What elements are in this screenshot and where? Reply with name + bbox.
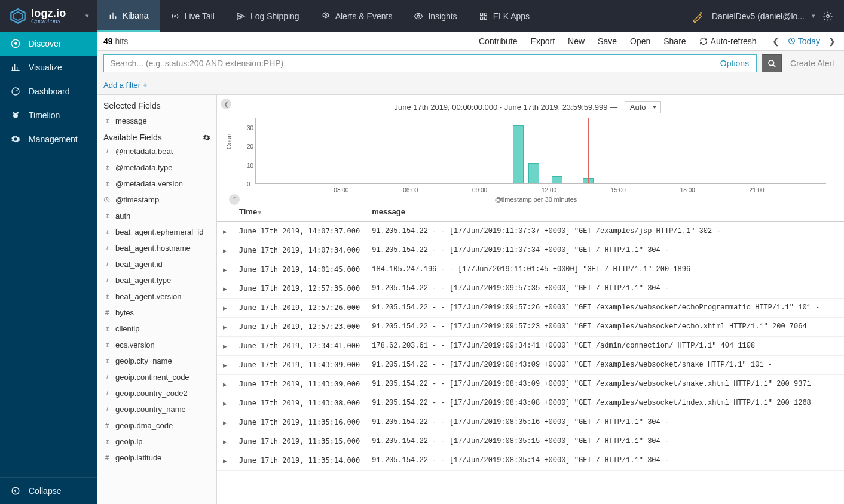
topnav-kibana[interactable]: Kibana <box>97 0 160 32</box>
search-options[interactable]: Options <box>713 59 756 68</box>
chevron-left-icon <box>11 487 20 495</box>
log-table-wrap[interactable]: Time▾ message ▸June 17th 2019, 14:07:37.… <box>217 202 844 504</box>
search-input[interactable] <box>104 55 713 72</box>
field-beat_agent-hostname[interactable]: tbeat_agent.hostname <box>97 240 216 256</box>
table-row[interactable]: ▸June 17th 2019, 11:35:14.00091.205.154.… <box>217 451 844 471</box>
field-geoip-city_name[interactable]: tgeoip.city_name <box>97 353 216 369</box>
field-geoip-continent_code[interactable]: tgeoip.continent_code <box>97 369 216 385</box>
field-beat_agent-ephemeral_id[interactable]: tbeat_agent.ephemeral_id <box>97 224 216 240</box>
table-row[interactable]: ▸June 17th 2019, 11:43:09.00091.205.154.… <box>217 356 844 375</box>
logo[interactable]: logz.io Operations ▾ <box>0 0 97 32</box>
chevron-down-icon[interactable]: ▾ <box>812 12 815 20</box>
main: 49 hits Contribute Export New Save Open … <box>97 32 844 504</box>
field--timestamp[interactable]: @timestamp <box>97 192 216 208</box>
field--metadata-version[interactable]: t@metadata.version <box>97 176 216 192</box>
table-row[interactable]: ▸June 17th 2019, 14:07:34.00091.205.154.… <box>217 241 844 260</box>
chart[interactable]: Count @timestamp per 30 minutes 01020300… <box>240 116 832 199</box>
auto-refresh-toggle[interactable]: Auto-refresh <box>699 36 757 46</box>
table-row[interactable]: ▸June 17th 2019, 12:57:26.00091.205.154.… <box>217 299 844 318</box>
svg-point-11 <box>12 487 19 494</box>
add-filter-link[interactable]: Add a filter + <box>103 81 147 90</box>
field-beat_agent-id[interactable]: tbeat_agent.id <box>97 256 216 272</box>
topnav-live-tail[interactable]: Live Tail <box>160 0 225 32</box>
sidebar-item-dashboard[interactable]: Dashboard <box>0 79 97 103</box>
expand-row-icon[interactable]: ▸ <box>217 318 233 337</box>
sidebar-item-timelion[interactable]: Timelion <box>0 103 97 127</box>
now-line <box>588 118 589 183</box>
field-geoip-dma_code[interactable]: #geoip.dma_code <box>97 417 216 434</box>
table-row[interactable]: ▸June 17th 2019, 12:34:41.000178.62.203.… <box>217 337 844 356</box>
expand-row-icon[interactable]: ▸ <box>217 337 233 356</box>
cell-time: June 17th 2019, 11:43:09.000 <box>233 356 366 375</box>
field-clientip[interactable]: tclientip <box>97 321 216 337</box>
open-link[interactable]: Open <box>630 36 650 46</box>
contribute-link[interactable]: Contribute <box>479 36 518 46</box>
sidebar-item-visualize[interactable]: Visualize <box>0 56 97 79</box>
field-beat_agent-type[interactable]: tbeat_agent.type <box>97 272 216 288</box>
expand-row-icon[interactable]: ▸ <box>217 222 233 241</box>
field-geoip-country_code2[interactable]: tgeoip.country_code2 <box>97 385 216 401</box>
time-picker[interactable]: Today <box>788 36 820 46</box>
table-row[interactable]: ▸June 17th 2019, 11:35:16.00091.205.154.… <box>217 413 844 432</box>
table-row[interactable]: ▸June 17th 2019, 12:57:23.00091.205.154.… <box>217 318 844 337</box>
field-auth[interactable]: tauth <box>97 208 216 224</box>
export-link[interactable]: Export <box>531 36 555 46</box>
time-prev[interactable]: ❮ <box>770 36 782 46</box>
expand-row-icon[interactable]: ▸ <box>217 241 233 260</box>
field--metadata-beat[interactable]: t@metadata.beat <box>97 143 216 159</box>
sidebar-collapse[interactable]: Collapse <box>0 477 97 504</box>
interval-select[interactable]: Auto <box>625 101 661 113</box>
sort-desc-icon: ▾ <box>258 209 261 216</box>
table-row[interactable]: ▸June 17th 2019, 11:43:09.00091.205.154.… <box>217 375 844 394</box>
topnav-alerts-events[interactable]: Alerts & Events <box>310 0 403 32</box>
field-bytes[interactable]: #bytes <box>97 305 216 321</box>
magic-wand-icon[interactable] <box>692 10 705 23</box>
new-link[interactable]: New <box>568 36 585 46</box>
field-message[interactable]: tmessage <box>97 113 216 129</box>
chart-bar[interactable] <box>513 125 524 183</box>
sidebar-item-discover[interactable]: Discover <box>0 32 97 56</box>
save-link[interactable]: Save <box>598 36 617 46</box>
collapse-up-button[interactable]: ⌃ <box>229 194 240 205</box>
gear-icon[interactable] <box>822 11 833 21</box>
share-link[interactable]: Share <box>663 36 686 46</box>
search-button[interactable] <box>762 54 782 72</box>
col-message[interactable]: message <box>366 202 844 222</box>
field-geoip-ip[interactable]: tgeoip.ip <box>97 434 216 450</box>
chart-bar[interactable] <box>528 163 539 183</box>
broadcast-icon <box>170 11 180 21</box>
sidebar-item-management[interactable]: Management <box>0 127 97 151</box>
field-geoip-latitude[interactable]: #geoip.latitude <box>97 450 216 466</box>
chevron-down-icon[interactable]: ▾ <box>85 12 89 20</box>
expand-row-icon[interactable]: ▸ <box>217 394 233 413</box>
table-row[interactable]: ▸June 17th 2019, 12:57:35.00091.205.154.… <box>217 279 844 299</box>
create-alert-link[interactable]: Create Alert <box>787 54 838 72</box>
time-next[interactable]: ❯ <box>826 36 838 46</box>
table-row[interactable]: ▸June 17th 2019, 14:01:45.000184.105.247… <box>217 260 844 279</box>
expand-row-icon[interactable]: ▸ <box>217 451 233 471</box>
expand-row-icon[interactable]: ▸ <box>217 299 233 318</box>
table-row[interactable]: ▸June 17th 2019, 14:07:37.00091.205.154.… <box>217 222 844 241</box>
expand-row-icon[interactable]: ▸ <box>217 432 233 451</box>
expand-row-icon[interactable]: ▸ <box>217 356 233 375</box>
topnav-elk-apps[interactable]: ELK Apps <box>468 0 541 32</box>
expand-row-icon[interactable]: ▸ <box>217 260 233 279</box>
collapse-left-button[interactable]: ❮ <box>221 99 231 109</box>
table-row[interactable]: ▸June 17th 2019, 11:35:15.00091.205.154.… <box>217 432 844 451</box>
expand-row-icon[interactable]: ▸ <box>217 413 233 432</box>
field-beat_agent-version[interactable]: tbeat_agent.version <box>97 288 216 305</box>
expand-row-icon[interactable]: ▸ <box>217 279 233 299</box>
expand-row-icon[interactable]: ▸ <box>217 375 233 394</box>
field-ecs-version[interactable]: tecs.version <box>97 337 216 353</box>
sidebar: DiscoverVisualizeDashboardTimelionManage… <box>0 32 97 504</box>
svg-point-2 <box>174 15 176 17</box>
user-name[interactable]: DanielDev5 (daniel@lo... <box>712 11 805 21</box>
fields-settings-gear-icon[interactable] <box>203 134 210 142</box>
col-time[interactable]: Time▾ <box>233 202 366 222</box>
field--metadata-type[interactable]: t@metadata.type <box>97 159 216 176</box>
topnav-log-shipping[interactable]: Log Shipping <box>225 0 310 32</box>
topnav-insights[interactable]: Insights <box>403 0 467 32</box>
table-row[interactable]: ▸June 17th 2019, 11:43:08.00091.205.154.… <box>217 394 844 413</box>
field-geoip-country_name[interactable]: tgeoip.country_name <box>97 401 216 417</box>
chart-bar[interactable] <box>552 176 562 183</box>
